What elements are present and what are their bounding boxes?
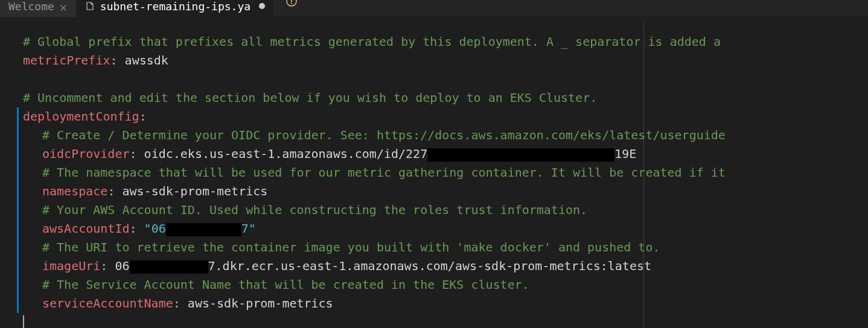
code-line: # Your AWS Account ID. Used while constr… [23,201,868,219]
yaml-key: oidcProvider [42,147,130,161]
yaml-value: aws-sdk-prom-metrics [188,296,333,311]
code-line: namespace: aws-sdk-prom-metrics [23,182,868,201]
code-line: # Uncomment and edit the section below i… [23,89,868,107]
yaml-value: aws-sdk-prom-metrics [122,184,267,198]
yaml-value: 7.dkr.ecr.us-east-1.amazonaws.com/aws-sd… [208,259,652,273]
code-line: imageUri: 067.dkr.ecr.us-east-1.amazonaw… [23,257,868,276]
yaml-value: "06 [144,221,166,236]
comment-text: # Your AWS Account ID. Used while constr… [42,203,587,217]
code-editor[interactable]: # Global prefix that prefixes all metric… [0,22,868,328]
tab-welcome[interactable]: Welcome [0,0,76,17]
tab-label: subnet-remaining-ips.ya [100,0,251,13]
status-icon[interactable] [286,0,298,7]
code-line: # The URI to retrieve the container imag… [23,238,868,257]
dirty-indicator-icon [259,3,265,9]
comment-text: # The URI to retrieve the container imag… [42,240,660,254]
yaml-key: imageUri [42,259,100,273]
yaml-key: serviceAccountName [42,296,173,311]
comment-text: # Global prefix that prefixes all metric… [23,34,721,49]
code-line: awsAccountId: "067" [23,219,868,238]
redacted-block [130,260,208,274]
tab-bar: Welcome subnet-remaining-ips.ya [0,0,868,17]
close-icon[interactable] [59,2,68,10]
tab-label: Welcome [8,0,54,13]
yaml-value: 19E [614,147,636,161]
svg-point-1 [291,3,292,4]
code-line: metricPrefix: awssdk [23,51,868,70]
yaml-value: 7" [241,221,256,236]
cursor-line [23,313,868,328]
code-line: deploymentConfig: [23,107,868,126]
code-line: # The namespace that will be used for ou… [23,163,868,182]
tab-subnet-remaining-ips[interactable]: subnet-remaining-ips.ya [76,0,273,17]
yaml-value: 06 [115,259,129,273]
change-gutter-icon [17,107,19,313]
code-line: # Create / Determine your OIDC provider.… [23,126,868,145]
redacted-block [166,223,241,236]
code-line: # Global prefix that prefixes all metric… [23,33,868,51]
comment-text: # The namespace that will be used for ou… [42,165,726,180]
blank-line [23,70,868,89]
yaml-key: namespace [42,184,107,198]
file-icon [85,1,95,11]
code-line: oidcProvider: oidc.eks.us-east-1.amazona… [23,145,868,163]
yaml-key: metricPrefix [23,53,110,68]
text-cursor [23,315,24,329]
yaml-key: awsAccountId [42,221,130,236]
code-line: # The Service Account Name that will be … [23,276,868,294]
comment-text: # Uncomment and edit the section below i… [23,90,597,105]
code-line: serviceAccountName: aws-sdk-prom-metrics [23,294,868,313]
yaml-value: awssdk [125,53,168,68]
redacted-block [427,148,614,162]
yaml-value: oidc.eks.us-east-1.amazonaws.com/id/227 [144,147,428,161]
comment-text: # Create / Determine your OIDC provider.… [42,128,726,142]
comment-text: # The Service Account Name that will be … [42,277,529,292]
yaml-key: deploymentConfig [23,109,139,124]
